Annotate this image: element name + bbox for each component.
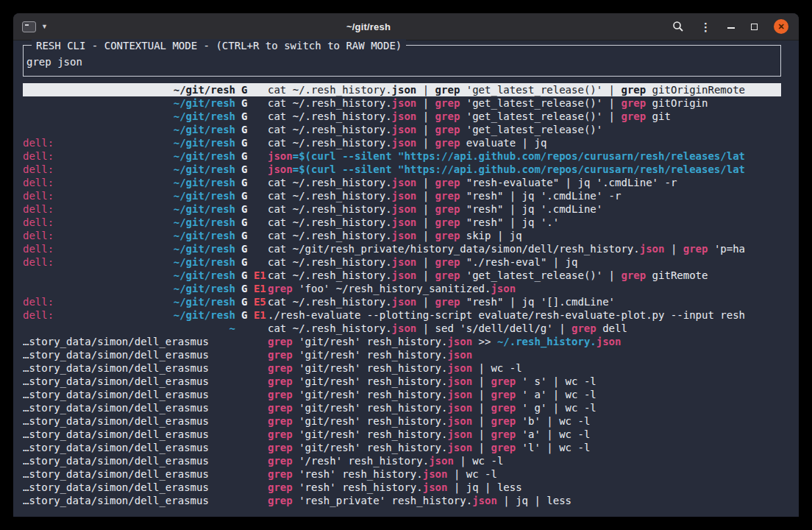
row-directory: ~/git/resh <box>172 295 235 308</box>
history-row[interactable]: dell:~/git/reshGcat ~/.resh_history.json… <box>23 202 781 216</box>
history-row[interactable]: ~/git/reshG E1grep 'foo' ~/resh_history_… <box>23 282 781 295</box>
history-row[interactable]: ~/git/reshGcat ~/.resh_history.json | gr… <box>23 96 781 110</box>
close-button[interactable]: ✕ <box>774 19 788 34</box>
row-directory <box>172 375 235 388</box>
row-flag: G <box>241 110 247 122</box>
history-row[interactable]: dell:~/git/reshGcat ~/.resh_history.json… <box>23 216 781 229</box>
row-flags: G E5 <box>235 295 268 308</box>
history-row[interactable]: …story_data/simon/dell_erasmusgrep 'git/… <box>23 414 781 428</box>
row-command: cat ~/.resh_history.json | grep 'get_lat… <box>268 83 781 96</box>
row-command: json=$(curl --silent "https://api.github… <box>268 163 781 176</box>
history-row[interactable]: …story_data/simon/dell_erasmusgrep 'resh… <box>23 481 781 494</box>
row-flags <box>235 494 268 507</box>
query-input[interactable]: grep json <box>26 55 776 68</box>
history-row[interactable]: dell:~/git/reshGcat ~/.resh_history.json… <box>23 136 781 149</box>
history-row[interactable]: dell:~/git/reshG E1./resh-evaluate --plo… <box>23 308 781 322</box>
restore-button[interactable] <box>751 24 758 30</box>
history-row[interactable]: ~/git/reshG E1cat ~/.resh_history.json |… <box>23 269 781 282</box>
row-command: grep 'git/resh' resh_history.json | grep… <box>268 441 781 454</box>
row-context: …story_data/simon/dell_erasmus <box>23 481 172 494</box>
history-row[interactable]: dell:~/git/reshG E5cat ~/.resh_history.j… <box>23 295 781 308</box>
history-row[interactable]: dell:~/git/reshGcat ~/.resh_history.json… <box>23 176 781 189</box>
history-row[interactable]: …story_data/simon/dell_erasmusgrep 'git/… <box>23 348 781 361</box>
history-row[interactable]: ~cat ~/.resh_history.json | sed 's/dell/… <box>23 322 781 335</box>
row-command: cat ~/.resh_history.json | grep 'get_lat… <box>268 96 781 110</box>
row-context <box>23 269 172 282</box>
terminal-window: ▼ ~/git/resh ⋮ ✕ RESH CLI - CONTEXTUAL M… <box>13 13 799 517</box>
row-flag: E1 <box>254 309 266 321</box>
row-directory <box>172 414 235 428</box>
row-context: …story_data/simon/dell_erasmus <box>23 388 172 401</box>
row-command: cat ~/git/resh_private/history_data/simo… <box>268 242 781 255</box>
history-row[interactable]: …story_data/simon/dell_erasmusgrep 'git/… <box>23 401 781 414</box>
history-row[interactable]: ~/git/reshGcat ~/.resh_history.json | gr… <box>23 123 781 136</box>
history-row[interactable]: dell:~/git/reshGcat ~/git/resh_private/h… <box>23 242 781 255</box>
titlebar-left: ▼ <box>22 21 110 32</box>
history-row[interactable]: dell:~/git/reshGcat ~/.resh_history.json… <box>23 229 781 242</box>
row-context: …story_data/simon/dell_erasmus <box>23 414 172 428</box>
row-context: dell: <box>23 163 172 176</box>
row-directory: ~/git/resh <box>172 136 235 149</box>
row-command: cat ~/.resh_history.json | grep "resh" |… <box>268 202 781 216</box>
row-directory: ~/git/resh <box>172 255 235 269</box>
row-flag: E1 <box>254 283 266 294</box>
chevron-down-icon[interactable]: ▼ <box>41 23 48 30</box>
row-directory: ~/git/resh <box>172 110 235 123</box>
menu-icon[interactable]: ⋮ <box>700 21 711 32</box>
row-command: cat ~/.resh_history.json | sed 's/dell/d… <box>268 322 781 335</box>
row-directory <box>172 401 235 414</box>
row-flag: G <box>241 283 247 294</box>
row-command: grep 'resh' resh_history.json | jq | les… <box>268 481 781 494</box>
row-flags <box>235 454 268 467</box>
row-flags <box>235 348 268 361</box>
minimize-button[interactable] <box>727 27 735 29</box>
row-flags <box>235 428 268 441</box>
row-flag: E1 <box>254 269 266 281</box>
row-context <box>23 110 172 123</box>
row-context <box>23 123 172 136</box>
row-command: grep 'git/resh' resh_history.json <box>268 348 781 361</box>
history-row[interactable]: dell:~/git/reshGjson=$(curl --silent "ht… <box>23 149 781 163</box>
row-flag: G <box>241 137 247 149</box>
row-context: dell: <box>23 149 172 163</box>
row-context <box>23 83 172 96</box>
row-flag: G <box>241 296 247 308</box>
row-flags: G E1 <box>235 308 268 322</box>
history-row[interactable]: …story_data/simon/dell_erasmusgrep '/res… <box>23 454 781 467</box>
row-directory <box>172 494 235 507</box>
row-directory: ~/git/resh <box>172 149 235 163</box>
row-directory: ~/git/resh <box>172 242 235 255</box>
row-command: cat ~/.resh_history.json | grep 'get_lat… <box>268 123 781 136</box>
row-flags <box>235 467 268 481</box>
history-row[interactable]: …story_data/simon/dell_erasmusgrep 'resh… <box>23 494 781 507</box>
history-row[interactable]: …story_data/simon/dell_erasmusgrep 'git/… <box>23 375 781 388</box>
search-icon[interactable] <box>672 21 684 32</box>
history-row[interactable]: dell:~/git/reshGcat ~/.resh_history.json… <box>23 255 781 269</box>
row-command: json=$(curl --silent "https://api.github… <box>268 149 781 163</box>
resh-mode-title: RESH CLI - CONTEXTUAL MODE - (CTRL+R to … <box>32 39 406 52</box>
row-context <box>23 96 172 110</box>
row-context: …story_data/simon/dell_erasmus <box>23 467 172 481</box>
history-row[interactable]: …story_data/simon/dell_erasmusgrep 'git/… <box>23 428 781 441</box>
row-flag: G <box>241 163 247 175</box>
history-row[interactable]: dell:~/git/reshGcat ~/.resh_history.json… <box>23 189 781 202</box>
history-row[interactable]: ~/git/reshGcat ~/.resh_history.json | gr… <box>23 110 781 123</box>
row-command: cat ~/.resh_history.json | grep "./resh-… <box>268 255 781 269</box>
titlebar[interactable]: ▼ ~/git/resh ⋮ ✕ <box>13 13 799 40</box>
history-row[interactable]: …story_data/simon/dell_erasmusgrep 'git/… <box>23 441 781 454</box>
row-flags: G <box>235 202 268 216</box>
history-row[interactable]: …story_data/simon/dell_erasmusgrep 'git/… <box>23 361 781 375</box>
row-directory: ~/git/resh <box>172 83 235 96</box>
history-row[interactable]: …story_data/simon/dell_erasmusgrep 'resh… <box>23 467 781 481</box>
history-row[interactable]: …story_data/simon/dell_erasmusgrep 'git/… <box>23 388 781 401</box>
history-row[interactable]: dell:~/git/reshGjson=$(curl --silent "ht… <box>23 163 781 176</box>
row-flags <box>235 481 268 494</box>
row-command: grep 'resh' resh_history.json | wc -l <box>268 467 781 481</box>
row-context: …story_data/simon/dell_erasmus <box>23 428 172 441</box>
history-row[interactable]: …story_data/simon/dell_erasmusgrep 'git/… <box>23 335 781 348</box>
terminal-tab-icon[interactable] <box>22 21 36 32</box>
history-row[interactable]: ~/git/reshGcat ~/.resh_history.json | gr… <box>23 83 781 96</box>
row-command: grep 'git/resh' resh_history.json >> ~/.… <box>268 335 781 348</box>
row-flags <box>235 335 268 348</box>
row-context: …story_data/simon/dell_erasmus <box>23 441 172 454</box>
